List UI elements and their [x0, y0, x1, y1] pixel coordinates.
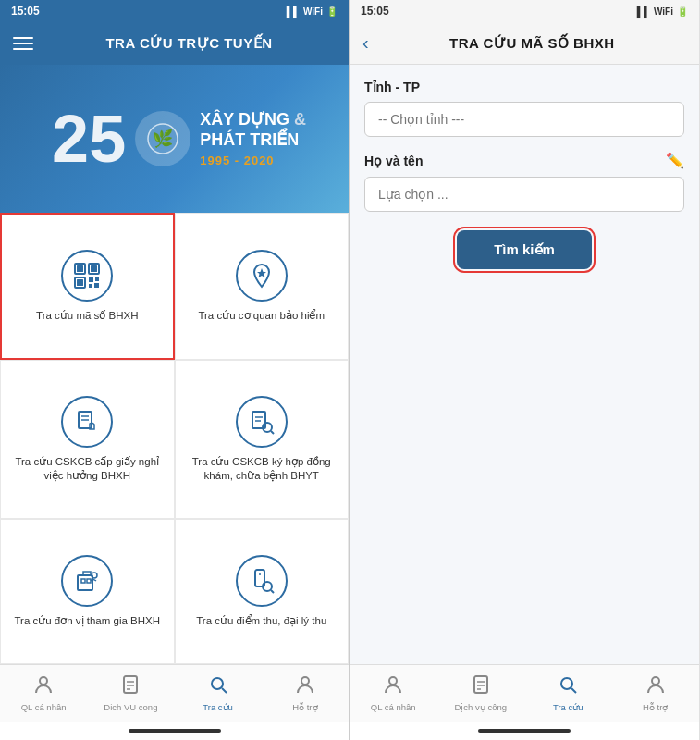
menu-item-co-quan[interactable]: Tra cứu cơ quan bảo hiểm: [175, 213, 350, 360]
name-label-row: Họ và tên ✏️: [364, 152, 684, 169]
left-tab-bar: QL cá nhân Dich VU cong: [0, 664, 349, 722]
tab-label-dv-left: Dich VU cong: [104, 702, 157, 712]
svg-point-37: [301, 677, 309, 684]
menu-item-tra-cuu-ma-so[interactable]: Tra cứu mã số BHXH: [0, 213, 175, 360]
document-hand-icon: [61, 396, 113, 448]
name-section: Họ và tên ✏️: [364, 152, 684, 212]
back-button[interactable]: ‹: [362, 32, 369, 54]
tab-label-dv-right: Dịch vụ công: [454, 702, 507, 712]
svg-marker-12: [257, 268, 266, 278]
tab-ql-ca-nhan-left[interactable]: QL cá nhân: [0, 665, 87, 722]
left-nav-bar: TRA CỨU TRỰC TUYẾN: [0, 22, 349, 65]
right-nav-title: TRA CỨU MÃ SỐ BHXH: [378, 35, 686, 52]
tab-label-ho-tro-right: Hỗ trợ: [643, 702, 668, 712]
svg-rect-3: [77, 265, 83, 272]
svg-point-35: [212, 678, 223, 689]
left-phone: 15:05 ▌▌ WiFi 🔋 TRA CỨU TRỰC TUYẾN 25 �: [0, 0, 350, 740]
right-time: 15:05: [361, 5, 389, 18]
tab-dich-vu-cong-left[interactable]: Dich VU cong: [87, 665, 174, 722]
svg-line-36: [222, 688, 227, 693]
banner-text: XÂY DỰNG & PHÁT TRIỂN 1995 - 2020: [200, 110, 306, 167]
right-home-indicator: [350, 722, 699, 740]
banner-logo: 🌿: [135, 111, 190, 166]
svg-point-43: [561, 678, 572, 689]
svg-point-30: [40, 677, 47, 684]
person-icon-right: [383, 674, 403, 699]
province-input[interactable]: [364, 102, 684, 137]
svg-rect-23: [87, 579, 91, 583]
svg-line-18: [271, 431, 274, 434]
province-section: Tỉnh - TP: [364, 80, 684, 137]
banner: 25 🌿 XÂY DỰNG & PHÁT TRIỂN 1995 - 2020: [0, 65, 349, 213]
search-button[interactable]: Tìm kiếm: [457, 230, 592, 269]
menu-item-don-vi[interactable]: Tra cứu đơn vị tham gia BHXH: [0, 519, 175, 664]
svg-rect-9: [95, 278, 99, 281]
document-icon-left: [120, 674, 141, 699]
location-star-icon: [236, 250, 288, 302]
svg-rect-7: [77, 279, 83, 286]
person-icon-left: [33, 674, 54, 699]
svg-point-38: [389, 677, 397, 684]
menu-label-cskcb-hop: Tra cứu CSKCB ký hợp đồng khám, chữa bện…: [183, 455, 341, 483]
menu-item-cskcb-giay[interactable]: Tra cứu CSKCB cấp giấy nghỉ việc hưởng B…: [0, 360, 175, 519]
tab-ho-tro-right[interactable]: Hỗ trợ: [612, 665, 700, 722]
home-bar-right: [478, 729, 571, 733]
province-label: Tỉnh - TP: [364, 80, 684, 94]
home-bar-left: [129, 729, 221, 733]
menu-label-ma-so: Tra cứu mã số BHXH: [36, 309, 138, 323]
left-nav-title: TRA CỨU TRỰC TUYẾN: [43, 35, 336, 52]
name-input[interactable]: [364, 177, 684, 212]
tab-tra-cuu-left[interactable]: Tra cứu: [175, 665, 262, 722]
right-nav-bar: ‹ TRA CỨU MÃ SỐ BHXH: [350, 22, 699, 65]
tab-label-tra-cuu-right: Tra cứu: [553, 702, 583, 712]
svg-rect-11: [94, 283, 99, 288]
menu-item-cskcb-hop[interactable]: Tra cứu CSKCB ký hợp đồng khám, chữa bện…: [175, 360, 350, 519]
svg-rect-31: [124, 676, 137, 693]
svg-rect-8: [89, 278, 93, 282]
tab-label-ql-left: QL cá nhân: [21, 702, 67, 712]
left-home-indicator: [0, 722, 349, 740]
svg-line-44: [571, 688, 576, 693]
left-time: 15:05: [11, 5, 40, 18]
banner-title-line2: PHÁT TRIỂN: [200, 130, 306, 151]
left-status-bar: 15:05 ▌▌ WiFi 🔋: [0, 0, 349, 22]
svg-rect-5: [91, 265, 97, 272]
menu-item-diem-thu[interactable]: Tra cứu điểm thu, đại lý thu: [175, 519, 350, 664]
menu-label-co-quan: Tra cứu cơ quan bảo hiểm: [198, 309, 325, 323]
menu-grid: Tra cứu mã số BHXH Tra cứu cơ quan bảo h…: [0, 213, 349, 664]
banner-title-line1: XÂY DỰNG &: [200, 110, 306, 130]
right-status-bar: 15:05 ▌▌ WiFi 🔋: [350, 0, 699, 22]
document-icon-right: [471, 674, 491, 699]
search-icon-right: [558, 674, 578, 699]
search-icon-left: [208, 674, 228, 699]
form-container: Tỉnh - TP Họ và tên ✏️ Tìm kiếm: [350, 65, 699, 664]
right-tab-bar: QL cá nhân Dịch vụ công: [350, 664, 699, 722]
svg-line-29: [271, 590, 274, 593]
support-icon-left: [295, 674, 315, 699]
search-document-icon: [236, 396, 288, 448]
tab-ho-tro-left[interactable]: Hỗ trợ: [262, 665, 349, 722]
svg-rect-25: [83, 572, 91, 575]
svg-rect-10: [89, 284, 92, 288]
tab-label-tra-cuu-left: Tra cứu: [203, 702, 233, 712]
tab-ql-ca-nhan-right[interactable]: QL cá nhân: [350, 665, 437, 722]
left-status-icons: ▌▌ WiFi 🔋: [287, 6, 338, 17]
menu-label-cskcb-giay: Tra cứu CSKCB cấp giấy nghỉ việc hưởng B…: [8, 455, 166, 483]
edit-icon[interactable]: ✏️: [666, 152, 684, 169]
qr-code-icon: [61, 250, 113, 302]
right-phone: 15:05 ▌▌ WiFi 🔋 ‹ TRA CỨU MÃ SỐ BHXH Tỉn…: [350, 0, 699, 740]
support-icon-right: [645, 674, 666, 699]
menu-icon[interactable]: [13, 37, 33, 50]
svg-rect-22: [81, 579, 85, 583]
tab-label-ql-right: QL cá nhân: [371, 702, 416, 712]
right-status-icons: ▌▌ WiFi 🔋: [637, 6, 688, 17]
menu-label-diem-thu: Tra cứu điểm thu, đại lý thu: [196, 614, 326, 628]
banner-number: 25: [43, 105, 126, 172]
tab-tra-cuu-right[interactable]: Tra cứu: [524, 665, 612, 722]
svg-rect-39: [474, 676, 487, 693]
svg-point-27: [259, 574, 261, 575]
tab-dich-vu-cong-right[interactable]: Dịch vụ công: [437, 665, 525, 722]
svg-text:🌿: 🌿: [153, 129, 174, 149]
name-label: Họ và tên: [364, 154, 423, 168]
tab-label-ho-tro-left: Hỗ trợ: [292, 702, 317, 712]
